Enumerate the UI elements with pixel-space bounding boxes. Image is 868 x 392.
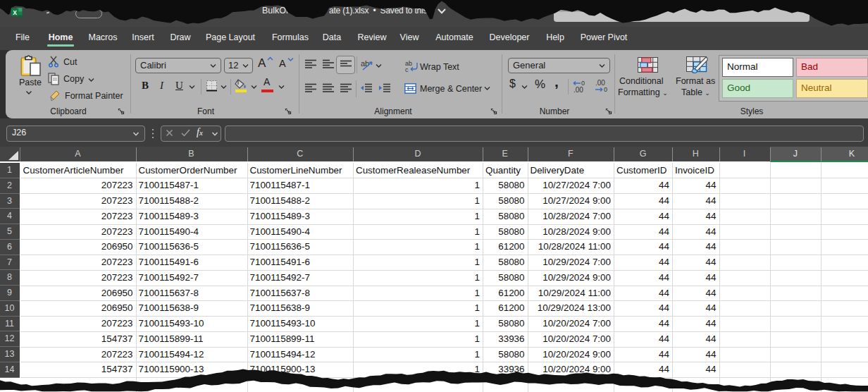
- svg-text:.00: .00: [574, 86, 583, 93]
- svg-text:ab: ab: [361, 59, 369, 68]
- svg-text:c: c: [405, 66, 409, 73]
- svg-text:0: 0: [604, 86, 607, 93]
